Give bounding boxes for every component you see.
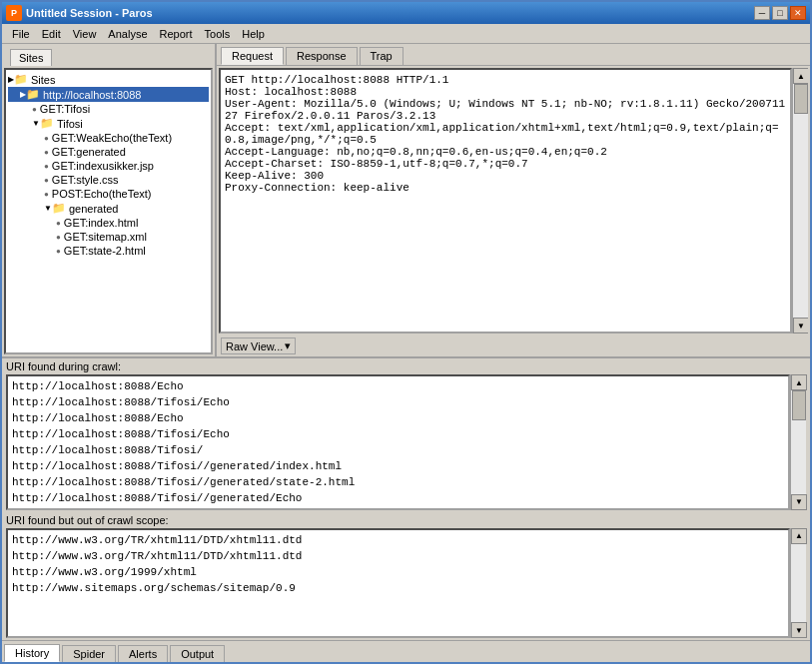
- menu-analyse[interactable]: Analyse: [102, 27, 153, 41]
- tree-item[interactable]: ▶ 📁Sites: [8, 72, 209, 87]
- folder-icon: 📁: [40, 117, 54, 130]
- app-icon: P: [6, 5, 22, 21]
- menu-view[interactable]: View: [67, 27, 103, 41]
- leaf-icon: ●: [56, 219, 61, 228]
- leaf-icon: ●: [44, 134, 49, 143]
- tree-item[interactable]: ●GET:index.html: [8, 216, 209, 230]
- scroll-thumb[interactable]: [794, 84, 808, 114]
- minimize-button[interactable]: ─: [754, 6, 770, 20]
- crawl-scroll-track[interactable]: [791, 390, 806, 494]
- tree-item[interactable]: ●GET:sitemap.xml: [8, 230, 209, 244]
- bottom-tab-strip: History Spider Alerts Output: [2, 640, 810, 662]
- out-of-scope-label: URI found but out of crawl scope:: [2, 512, 810, 528]
- close-button[interactable]: ✕: [790, 6, 806, 20]
- leaf-icon: ●: [44, 162, 49, 171]
- tree-item[interactable]: ▼ 📁generated: [8, 201, 209, 216]
- menu-file[interactable]: File: [6, 27, 36, 41]
- crawl-found-section: URI found during crawl: http://localhost…: [2, 358, 810, 512]
- out-of-scope-item: http://www.w3.org/TR/xhtml11/DTD/xhtml11…: [12, 548, 784, 564]
- tree-item[interactable]: ●GET:indexusikker.jsp: [8, 159, 209, 173]
- tree-item[interactable]: ●GET:style.css: [8, 173, 209, 187]
- scope-scroll-track[interactable]: [791, 544, 806, 622]
- crawl-found-item: http://localhost:8088/Tifosi/: [12, 442, 784, 458]
- leaf-icon: ●: [44, 176, 49, 185]
- tab-alerts[interactable]: Alerts: [118, 645, 168, 662]
- crawl-scroll-down[interactable]: ▼: [791, 494, 807, 510]
- maximize-button[interactable]: □: [772, 6, 788, 20]
- content-area: Sites ▶ 📁Sites▶ 📁http://localhost:8088●G…: [2, 44, 810, 662]
- raw-view-label: Raw View...: [226, 340, 283, 352]
- leaf-icon: ●: [56, 247, 61, 256]
- panels-row: Sites ▶ 📁Sites▶ 📁http://localhost:8088●G…: [2, 44, 810, 358]
- tree-item[interactable]: ●GET:Tifosi: [8, 102, 209, 116]
- tab-history[interactable]: History: [4, 644, 60, 662]
- out-of-scope-section: URI found but out of crawl scope: http:/…: [2, 512, 810, 640]
- scope-scroll-down[interactable]: ▼: [791, 622, 807, 638]
- folder-icon: 📁: [52, 202, 66, 215]
- out-of-scope-item: http://www.sitemaps.org/schemas/sitemap/…: [12, 580, 784, 596]
- scroll-down-btn[interactable]: ▼: [793, 318, 808, 333]
- folder-icon: 📁: [14, 73, 28, 86]
- leaf-icon: ●: [44, 190, 49, 199]
- out-of-scope-list[interactable]: http://www.w3.org/TR/xhtml11/DTD/xhtml11…: [6, 528, 790, 638]
- tree-item[interactable]: ▼ 📁Tifosi: [8, 116, 209, 131]
- tree-item-label: GET:indexusikker.jsp: [52, 160, 154, 172]
- scope-scrollbar[interactable]: ▲ ▼: [790, 528, 806, 638]
- crawl-scroll-up[interactable]: ▲: [791, 374, 807, 390]
- crawl-scrollbar[interactable]: ▲ ▼: [790, 374, 806, 510]
- tree-item-label: GET:WeakEcho(theText): [52, 132, 172, 144]
- window-title: Untitled Session - Paros: [26, 7, 153, 19]
- scroll-track[interactable]: [793, 84, 808, 318]
- request-footer: Raw View... ▾: [217, 335, 810, 356]
- menu-tools[interactable]: Tools: [199, 27, 237, 41]
- tree-item[interactable]: ●GET:generated: [8, 145, 209, 159]
- folder-icon: 📁: [26, 88, 40, 101]
- tree-item[interactable]: ▶ 📁http://localhost:8088: [8, 87, 209, 102]
- title-bar-left: P Untitled Session - Paros: [6, 5, 153, 21]
- crawl-found-list[interactable]: http://localhost:8088/Echohttp://localho…: [6, 374, 790, 510]
- tree-item-label: GET:index.html: [64, 217, 139, 229]
- tree-item-label: http://localhost:8088: [43, 89, 141, 101]
- left-panel: Sites ▶ 📁Sites▶ 📁http://localhost:8088●G…: [2, 44, 217, 356]
- menu-help[interactable]: Help: [236, 27, 271, 41]
- scroll-up-btn[interactable]: ▲: [793, 68, 808, 84]
- tree-item-label: Tifosi: [57, 118, 83, 130]
- tree-item[interactable]: ●POST:Echo(theText): [8, 187, 209, 201]
- tab-response[interactable]: Response: [286, 47, 358, 65]
- dropdown-arrow-icon: ▾: [285, 339, 291, 352]
- raw-view-dropdown[interactable]: Raw View... ▾: [221, 337, 296, 354]
- crawl-found-item: http://localhost:8088/Tifosi/Echo: [12, 426, 784, 442]
- tree-item[interactable]: ●GET:WeakEcho(theText): [8, 131, 209, 145]
- tree-item[interactable]: ●GET:state-2.html: [8, 244, 209, 258]
- tree-item-label: GET:generated: [52, 146, 126, 158]
- leaf-icon: ●: [44, 148, 49, 157]
- scope-scroll-up[interactable]: ▲: [791, 528, 807, 544]
- tree-arrow-icon: ▼: [32, 119, 40, 128]
- crawl-found-item: http://localhost:8088/Tifosi/Echo: [12, 394, 784, 410]
- window-controls: ─ □ ✕: [754, 6, 806, 20]
- tab-output[interactable]: Output: [170, 645, 225, 662]
- leaf-icon: ●: [32, 105, 37, 114]
- app-window: P Untitled Session - Paros ─ □ ✕ File Ed…: [0, 0, 812, 664]
- tree-item-label: POST:Echo(theText): [52, 188, 152, 200]
- request-scrollbar[interactable]: ▲ ▼: [792, 68, 808, 333]
- out-of-scope-item: http://www.w3.org/TR/xhtml11/DTD/xhtml11…: [12, 532, 784, 548]
- tab-spider[interactable]: Spider: [62, 645, 116, 662]
- tab-trap[interactable]: Trap: [360, 47, 404, 65]
- leaf-icon: ●: [56, 233, 61, 242]
- menu-edit[interactable]: Edit: [36, 27, 67, 41]
- menu-report[interactable]: Report: [154, 27, 199, 41]
- tab-request[interactable]: Request: [221, 47, 284, 65]
- crawl-scroll-thumb[interactable]: [792, 390, 806, 420]
- crawl-found-item: http://localhost:8088/Echo: [12, 410, 784, 426]
- title-bar: P Untitled Session - Paros ─ □ ✕: [2, 2, 810, 24]
- crawl-found-item: http://localhost:8088/Tifosi//indexusikk…: [12, 506, 784, 510]
- crawl-found-item: http://localhost:8088/Tifosi//generated/…: [12, 474, 784, 490]
- request-content: GET http://localhost:8088 HTTP/1.1 Host:…: [219, 68, 792, 333]
- sites-tab[interactable]: Sites: [10, 49, 52, 66]
- right-panel: Request Response Trap GET http://localho…: [217, 44, 810, 356]
- sites-tree[interactable]: ▶ 📁Sites▶ 📁http://localhost:8088●GET:Tif…: [4, 68, 213, 354]
- crawl-found-item: http://localhost:8088/Echo: [12, 378, 784, 394]
- bottom-area: URI found during crawl: http://localhost…: [2, 358, 810, 662]
- crawl-found-label: URI found during crawl:: [2, 358, 810, 374]
